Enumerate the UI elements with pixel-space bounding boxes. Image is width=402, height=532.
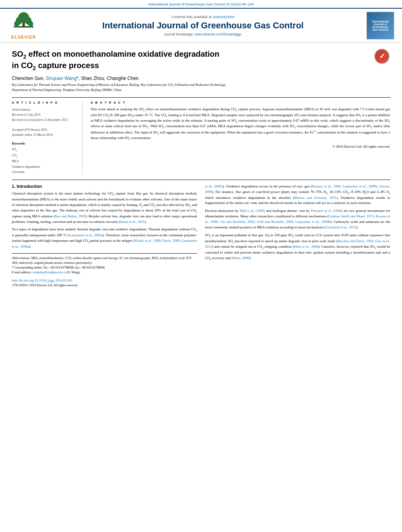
copyright-line: © 2014 Elsevier Ltd. All rights reserved… xyxy=(91,145,390,148)
authors-line: Chenchen Sun, Shujuan Wang*, Shan Zhou, … xyxy=(12,76,390,81)
corresponding-label: * Corresponding author. xyxy=(12,266,43,269)
ref-gouedard[interactable]: Gouedard et al., 2012 xyxy=(326,225,356,229)
journal-cover-image: InternationalJournal ofGreenhouseGas Con… xyxy=(367,12,394,39)
keywords-list: SO2 CO2 MEA Oxidative degradation Corros… xyxy=(12,147,76,175)
contents-available-line: Contents lists available at ScienceDirec… xyxy=(43,15,363,19)
intro-para-4: Electron abstraction by Hull et al. (196… xyxy=(205,208,390,230)
ref-idem[interactable]: Idem et al., 2006 xyxy=(294,245,318,248)
email-label: E-mail address: xyxy=(12,271,32,274)
author-wang-link[interactable]: Shujuan Wang xyxy=(46,76,76,81)
tel-text: Tel.: +86 010 62788668; fax: +86 010 627… xyxy=(43,266,105,269)
email-line: E-mail address: wangshu@tsinghua.edu.cn … xyxy=(12,270,197,275)
footnote-section: Abbreviations: MEA, monoethanolamine; CC… xyxy=(12,253,197,288)
journal-reference-text: International Journal of Greenhouse Gas … xyxy=(148,2,254,6)
doi-section: http://dx.doi.org/10.1016/j.ijggc.2014.0… xyxy=(12,278,197,283)
issn-line: 1750-5836/© 2014 Elsevier Ltd. All right… xyxy=(12,283,197,288)
accepted-date: Accepted 18 February 2014 xyxy=(12,128,76,133)
elsevier-tree-icon xyxy=(12,12,35,34)
elsevier-label: ELSEVIER xyxy=(11,35,36,39)
abbreviations-text: MEA, monoethanolamine; CCS, carbon dioxi… xyxy=(12,256,192,265)
ref-rooney[interactable]: Rooney et al., 1998; Lepaumier et al., 2… xyxy=(205,184,390,194)
crossmark-icon: ✓ xyxy=(374,49,389,64)
crossmark-badge[interactable]: ✓ xyxy=(374,49,390,65)
elsevier-logo: ELSEVIER xyxy=(8,12,39,39)
content-col-left: 1. Introduction Chemical absorption syst… xyxy=(12,184,197,288)
abstract-col: A B S T R A C T This work aimed at study… xyxy=(91,101,390,175)
journal-title-center: Contents lists available at ScienceDirec… xyxy=(43,15,363,36)
journal-homepage-line: journal homepage: www.elsevier.com/locat… xyxy=(43,32,363,36)
intro-para-2: Two types of degradation have been studi… xyxy=(12,227,197,249)
ref-lepaumier-2009a[interactable]: Lepaumier et al., 2009a xyxy=(69,233,103,237)
ref-hull[interactable]: Hull et al. (1969) xyxy=(240,209,265,213)
affiliation-line: Key Laboratory for Thermal Science and P… xyxy=(12,83,390,93)
ref-holub[interactable]: Holub et al., 1998; Davis, 2009; Lepaumi… xyxy=(12,239,197,248)
email-link[interactable]: wangshu@tsinghua.edu.cn xyxy=(32,271,66,274)
ref-bhown[interactable]: Bhown and Freeman, 2011 xyxy=(294,196,337,200)
intro-para-5: SO2 is an important pollutant in flue ga… xyxy=(205,233,390,261)
abstract-text: This work aimed at studying the SO2 effe… xyxy=(91,107,390,141)
article-info-col: A R T I C L E I N F O Article history: R… xyxy=(12,101,83,175)
abbreviations-label: Abbreviations: xyxy=(12,256,30,260)
ref-mechanisms[interactable]: Lindsay Smith and Mead, 1973; Rooney et … xyxy=(205,214,390,224)
abstract-title: A B S T R A C T xyxy=(91,101,390,104)
doi-link[interactable]: http://dx.doi.org/10.1016/j.ijggc.2014.0… xyxy=(12,278,73,282)
article-title-text: SO2 effect on monoethanolamine oxidative… xyxy=(12,49,370,72)
article-body: SO2 effect on monoethanolamine oxidative… xyxy=(0,43,402,294)
main-content-cols: 1. Introduction Chemical absorption syst… xyxy=(12,184,390,288)
email-suffix: (S. Wang). xyxy=(67,271,80,274)
page-wrapper: International Journal of Greenhouse Gas … xyxy=(0,0,402,532)
received-date: Received 23 July 2013 xyxy=(12,113,76,118)
article-info-title: A R T I C L E I N F O xyxy=(12,101,76,104)
section1-heading: 1. Introduction xyxy=(12,184,197,189)
article-history: Article history: Received 23 July 2013 R… xyxy=(12,108,76,138)
abbreviations-line: Abbreviations: MEA, monoethanolamine; CC… xyxy=(12,256,197,265)
article-main-title: SO2 effect on monoethanolamine oxidative… xyxy=(12,49,370,72)
article-title-section: SO2 effect on monoethanolamine oxidative… xyxy=(12,49,390,72)
keywords-title: Keywords: xyxy=(12,142,76,145)
journal-main-title: International Journal of Greenhouse Gas … xyxy=(43,20,363,31)
info-abstract-row: A R T I C L E I N F O Article history: R… xyxy=(12,97,390,175)
intro-para-1: Chemical absorption system is the most m… xyxy=(12,191,197,224)
journal-homepage-link[interactable]: www.elsevier.com/locate/ijggc xyxy=(195,32,242,36)
section-divider xyxy=(12,180,390,180)
content-col-right: et al., 2009a). Oxidative degradation oc… xyxy=(205,184,390,288)
svg-point-5 xyxy=(14,21,19,27)
history-title: Article history: xyxy=(12,108,76,113)
svg-point-6 xyxy=(28,21,33,27)
ref-lepaumier-b[interactable]: et al., 2009a xyxy=(205,184,223,188)
revised-date: Received in revised form 13 December 201… xyxy=(12,118,76,123)
journal-header: ELSEVIER Contents lists available at Sci… xyxy=(0,8,402,43)
ref-petryaev[interactable]: Petryaev et al. (1984) xyxy=(311,209,342,213)
ref-rao-rubin[interactable]: Rao and Rubin, 2002 xyxy=(55,214,86,218)
journal-reference-bar: International Journal of Greenhouse Gas … xyxy=(0,0,402,8)
ref-islam[interactable]: Islam et al., 2011 xyxy=(120,220,145,224)
sciencedirect-link[interactable]: ScienceDirect xyxy=(213,15,235,19)
available-date: Available online 12 March 2014 xyxy=(12,133,76,138)
ref-shaw[interactable]: Shaw, 2009 xyxy=(233,256,249,260)
intro-para-3: et al., 2009a). Oxidative degradation oc… xyxy=(205,184,390,206)
corresponding-line: * Corresponding author. Tel.: +86 010 62… xyxy=(12,265,197,270)
